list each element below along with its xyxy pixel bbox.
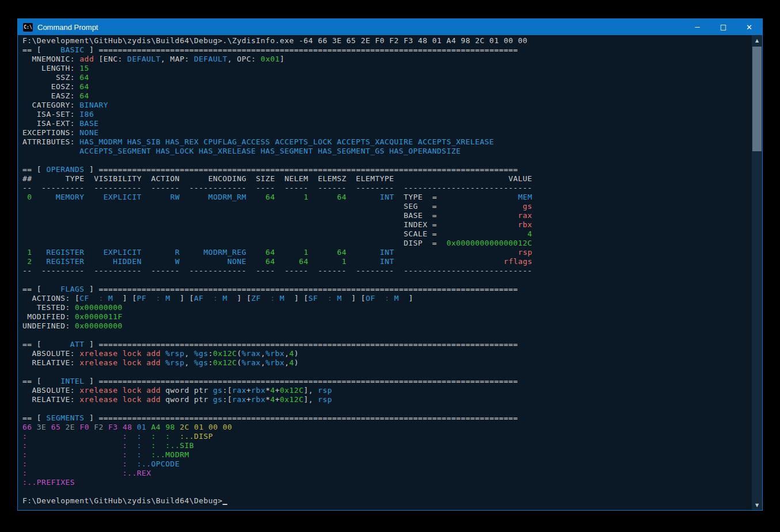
console-line: == [ FLAGS ] ===========================… xyxy=(22,285,752,294)
text-segment xyxy=(390,294,394,303)
console-line: 2 REGISTER HIDDEN W NONE 64 64 1 INT rfl… xyxy=(22,257,752,266)
text-segment: --------------------------- xyxy=(404,266,532,275)
text-segment: :..REX xyxy=(123,469,151,477)
text-segment: EXCEPTIONS: xyxy=(22,128,79,137)
text-segment xyxy=(22,229,404,238)
text-segment: INT xyxy=(356,248,394,257)
text-segment xyxy=(127,441,137,450)
console-line: DISP = 0x000000000000012C xyxy=(22,239,752,248)
text-segment: [ xyxy=(132,294,136,303)
scrollbar: ▲ ▼ xyxy=(752,35,762,510)
text-segment: %rax xyxy=(242,358,261,367)
text-segment: TYPE = xyxy=(394,193,437,201)
text-segment: MODRM_REG xyxy=(189,248,246,257)
text-segment: BASIC xyxy=(46,45,84,54)
text-segment: rsp xyxy=(318,386,332,395)
text-segment: ] xyxy=(85,414,99,422)
text-segment: ========================================… xyxy=(98,414,518,422)
text-segment xyxy=(246,248,256,257)
text-segment: : xyxy=(123,432,127,441)
console-line: 66 3E 65 2E F0 F2 F3 48 01 A4 98 2C 01 0… xyxy=(22,423,752,432)
console-line: ABSOLUTE: xrelease lock add %rsp, %gs:0x… xyxy=(22,349,752,358)
console-line: ACCEPTS_SEGMENT HAS_LOCK HAS_XRELEASE HA… xyxy=(22,147,752,156)
console-line xyxy=(22,404,752,414)
text-segment: ] xyxy=(85,165,99,174)
text-segment xyxy=(27,441,123,450)
scroll-down-arrow-icon[interactable]: ▼ xyxy=(752,500,762,510)
text-segment: ] xyxy=(284,294,303,303)
text-segment: %rbx xyxy=(265,349,284,358)
text-segment xyxy=(22,220,404,229)
text-segment: 1 xyxy=(318,257,347,266)
text-segment: MEM xyxy=(518,193,532,201)
text-segment: : xyxy=(123,450,127,459)
text-segment: : xyxy=(137,450,142,459)
text-segment: : xyxy=(208,358,213,367)
maximize-button[interactable]: □ xyxy=(710,19,736,36)
console-line: == [ INTEL ] ===========================… xyxy=(22,377,752,386)
text-segment: BASE xyxy=(79,119,98,128)
text-segment xyxy=(32,248,42,257)
scroll-up-arrow-icon[interactable]: ▲ xyxy=(752,35,762,45)
console-line xyxy=(22,156,752,165)
text-segment: RELATIVE: xyxy=(22,395,79,404)
text-segment: 64 xyxy=(79,82,89,91)
text-segment: ] xyxy=(85,45,99,54)
text-segment xyxy=(437,193,518,201)
text-segment xyxy=(22,239,404,247)
text-segment: 64 xyxy=(256,193,275,201)
console-line: BASE = rax xyxy=(22,211,752,220)
text-segment: PF xyxy=(137,294,147,303)
text-segment: ========================================… xyxy=(98,285,518,293)
text-segment xyxy=(156,441,166,450)
text-segment: : xyxy=(385,294,389,303)
text-segment: EOSZ: xyxy=(22,82,79,91)
text-segment xyxy=(89,294,99,303)
text-segment: M xyxy=(337,294,341,303)
text-segment: LENGTH: xyxy=(22,64,79,72)
text-segment: == [ xyxy=(22,414,46,422)
text-segment: 64 xyxy=(79,73,89,82)
text-segment xyxy=(275,248,285,257)
text-segment: [ xyxy=(361,294,366,303)
text-segment: 0x0000011F xyxy=(75,312,123,321)
console-line: == [ ATT ] =============================… xyxy=(22,340,752,349)
console-line: UNDEFINED: 0x00000000 xyxy=(22,322,752,331)
console-output[interactable]: F:\Development\GitHub\zydis\Build64\Debu… xyxy=(18,35,752,510)
text-segment: rbx xyxy=(251,395,265,404)
text-segment: NONE xyxy=(189,257,246,266)
text-segment: ], xyxy=(303,395,318,404)
text-segment xyxy=(437,220,518,229)
text-segment: , xyxy=(184,358,194,367)
text-segment: EXPLICIT xyxy=(94,248,142,257)
text-segment: INT xyxy=(356,193,394,201)
close-button[interactable]: ✕ xyxy=(736,19,762,35)
text-segment: == [ xyxy=(22,340,46,349)
console-line: RELATIVE: xrelease lock add qword ptr gs… xyxy=(22,395,752,404)
text-segment: ZF xyxy=(251,294,261,303)
text-segment xyxy=(309,193,318,201)
minimize-button[interactable]: ─ xyxy=(684,19,710,35)
scrollbar-track[interactable] xyxy=(752,45,762,500)
text-segment: 64 xyxy=(284,257,308,266)
text-segment xyxy=(127,450,137,459)
text-segment: RW xyxy=(151,193,180,201)
text-segment: A4 xyxy=(151,423,166,431)
console-line: MODIFIED: 0x0000011F xyxy=(22,312,752,322)
text-segment xyxy=(104,294,108,303)
text-segment: gs xyxy=(213,395,223,404)
text-segment: W xyxy=(151,257,180,266)
text-segment: gs xyxy=(523,202,532,210)
text-segment: 0x12C xyxy=(280,386,303,395)
text-segment xyxy=(394,257,504,266)
titlebar[interactable]: C:\ Command Prompt ─ □ ✕ xyxy=(18,19,762,35)
text-segment: ========================================… xyxy=(98,45,518,54)
text-segment: OF xyxy=(366,294,375,303)
window-title: Command Prompt xyxy=(37,23,98,32)
text-segment: ] xyxy=(85,377,99,385)
text-segment: , xyxy=(184,349,194,358)
text-segment: 64 xyxy=(318,193,347,201)
scrollbar-thumb[interactable] xyxy=(752,47,762,151)
text-segment: rflags xyxy=(504,257,532,266)
text-segment xyxy=(142,257,151,266)
